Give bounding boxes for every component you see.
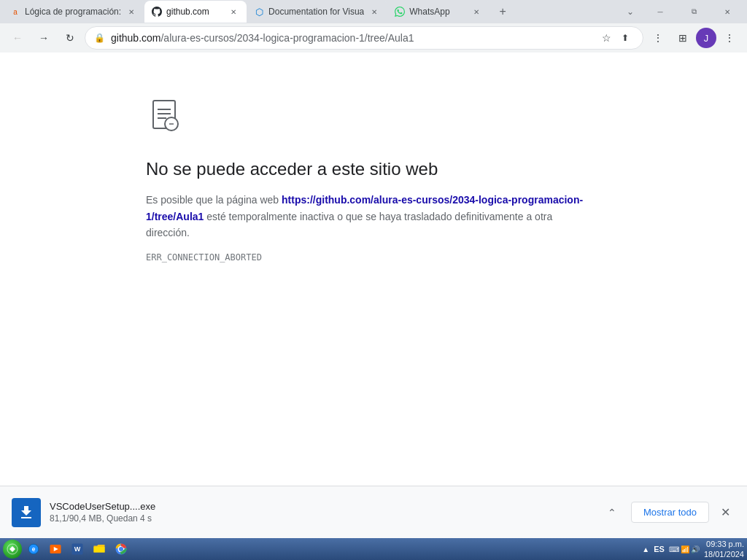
- download-actions: Mostrar todo ✕: [631, 502, 735, 523]
- error-icon: [146, 96, 584, 140]
- tab1-close[interactable]: ✕: [125, 6, 137, 18]
- keyboard-icon: ⌨: [669, 545, 679, 553]
- address-bar[interactable]: 🔒 github.com/alura-es-cursos/2034-logica…: [85, 26, 643, 50]
- minimize-button[interactable]: ─: [643, 0, 677, 23]
- tab3-label: Documentation for Visua: [268, 7, 364, 17]
- error-container: No se puede acceder a este sitio web Es …: [146, 96, 584, 262]
- svg-point-15: [119, 547, 123, 551]
- network-icon: 📶: [681, 545, 689, 553]
- taskbar-media[interactable]: [45, 540, 66, 559]
- url-path: /alura-es-cursos/2034-logica-programacio…: [160, 32, 414, 44]
- download-expand-button[interactable]: ⌃: [602, 502, 622, 523]
- page-content: No se puede acceder a este sitio web Es …: [0, 52, 747, 486]
- description-prefix: Es posible que la página web: [146, 194, 282, 206]
- bookmark-button[interactable]: ☆: [597, 29, 615, 47]
- tab-docs[interactable]: ⬡ Documentation for Visua ✕: [247, 1, 387, 23]
- description-suffix: esté temporalmente inactiva o que se hay…: [146, 211, 552, 238]
- download-progress: 81,1/90,4 MB, Quedan 4 s: [50, 513, 593, 524]
- url-domain: github.com: [111, 32, 160, 44]
- volume-icon: 🔊: [691, 545, 700, 553]
- tab-whatsapp[interactable]: WhatsApp ✕: [387, 1, 489, 23]
- close-button[interactable]: ✕: [711, 0, 744, 23]
- download-filename: VSCodeUserSetup....exe: [50, 501, 593, 512]
- svg-text:W: W: [74, 545, 81, 553]
- new-tab-button[interactable]: +: [492, 1, 513, 22]
- tab1-label: Lógica de programación:: [25, 7, 121, 17]
- taskbar-clock: 09:33 p.m. 18/01/2024: [704, 539, 744, 560]
- taskbar-explorer[interactable]: [89, 540, 109, 559]
- taskbar-date: 18/01/2024: [704, 549, 744, 559]
- taskbar-chrome[interactable]: [111, 540, 131, 559]
- navigation-bar: ← → ↻ 🔒 github.com/alura-es-cursos/2034-…: [0, 23, 747, 52]
- reload-button[interactable]: ↻: [58, 26, 82, 50]
- taskbar-ie[interactable]: e: [23, 540, 44, 559]
- show-all-button[interactable]: Mostrar todo: [631, 502, 709, 523]
- tab-search-button[interactable]: ⊞: [671, 26, 694, 50]
- tab-github[interactable]: github.com ✕: [144, 1, 247, 23]
- taskbar-word[interactable]: W: [67, 540, 88, 559]
- account-avatar[interactable]: J: [696, 28, 716, 48]
- tab4-close[interactable]: ✕: [471, 6, 482, 18]
- taskbar-chevron[interactable]: ▲: [642, 545, 649, 553]
- back-button[interactable]: ←: [6, 26, 29, 50]
- tab2-favicon: [152, 7, 162, 17]
- taskbar: e W: [0, 538, 747, 560]
- error-description: Es posible que la página web https://git…: [146, 192, 584, 241]
- address-bar-actions: ☆ ⬆: [597, 29, 634, 47]
- taskbar-language: ES: [654, 545, 665, 553]
- error-title: No se puede acceder a este sitio web: [146, 158, 584, 180]
- download-bar: VSCodeUserSetup....exe 81,1/90,4 MB, Que…: [0, 486, 747, 538]
- taskbar-apps: e W: [23, 540, 131, 559]
- download-info: VSCodeUserSetup....exe 81,1/90,4 MB, Que…: [50, 501, 593, 524]
- menu-button[interactable]: ⋮: [718, 26, 741, 50]
- tab2-label: github.com: [166, 7, 223, 17]
- tab3-favicon: ⬡: [254, 7, 264, 17]
- tab4-label: WhatsApp: [409, 7, 466, 17]
- share-button[interactable]: ⬆: [616, 29, 634, 47]
- download-close-button[interactable]: ✕: [715, 502, 735, 523]
- tab1-favicon: a: [10, 7, 20, 17]
- restore-button[interactable]: ⧉: [677, 0, 711, 23]
- taskbar-right: ▲ ES ⌨ 📶 🔊 09:33 p.m. 18/01/2024: [642, 539, 744, 560]
- tab-logica[interactable]: a Lógica de programación: ✕: [3, 1, 144, 23]
- taskbar-system-icons: ⌨ 📶 🔊: [669, 545, 700, 553]
- browser-window: a Lógica de programación: ✕ github.com ✕…: [0, 0, 747, 486]
- svg-text:e: e: [32, 546, 36, 553]
- window-controls: ─ ⧉ ✕: [643, 0, 744, 23]
- lock-icon: 🔒: [94, 33, 105, 43]
- tab-overflow-button[interactable]: ⌄: [620, 1, 640, 22]
- error-code: ERR_CONNECTION_ABORTED: [146, 252, 584, 262]
- tab4-favicon: [395, 7, 405, 17]
- url-display: github.com/alura-es-cursos/2034-logica-p…: [111, 32, 592, 44]
- tab-bar: a Lógica de programación: ✕ github.com ✕…: [0, 0, 747, 23]
- download-file-icon: [12, 498, 41, 527]
- forward-button[interactable]: →: [32, 26, 55, 50]
- nav-right: ⋮ ⊞ J ⋮: [646, 26, 741, 50]
- taskbar-time: 09:33 p.m.: [704, 539, 744, 549]
- tab2-close[interactable]: ✕: [228, 6, 239, 18]
- start-button[interactable]: [3, 540, 22, 559]
- tab3-close[interactable]: ✕: [368, 6, 380, 18]
- customize-button[interactable]: ⋮: [646, 26, 670, 50]
